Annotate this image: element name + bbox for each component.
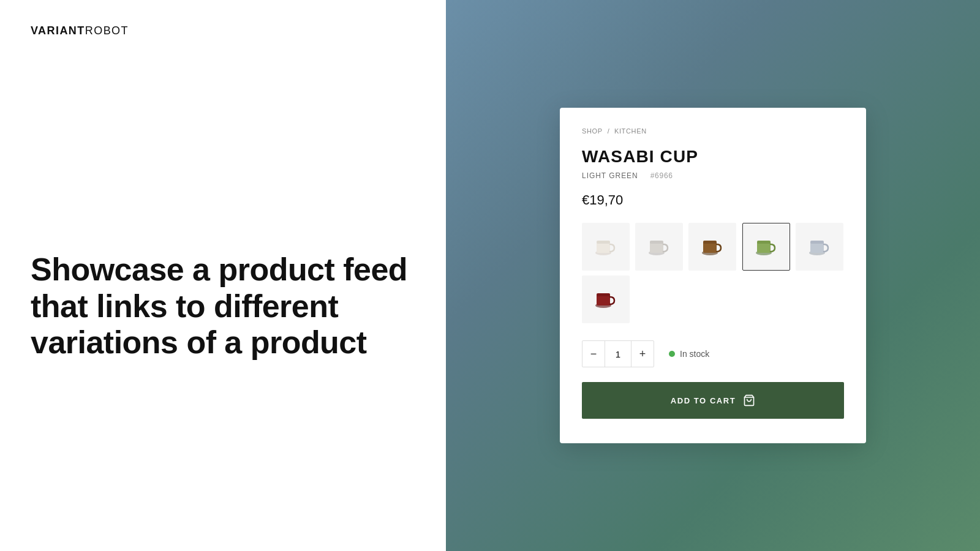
variant-brown-icon (698, 232, 727, 261)
breadcrumb-category[interactable]: KITCHEN (614, 127, 647, 135)
variant-lightgreen-icon (752, 232, 781, 261)
quantity-row: − 1 + In stock (582, 340, 844, 367)
logo: VARIANT ROBOT (31, 24, 415, 37)
stock-indicator: In stock (669, 349, 709, 359)
left-panel: VARIANT ROBOT Showcase a product feed th… (0, 0, 446, 551)
svg-rect-11 (757, 241, 771, 244)
variant-empty-1 (635, 276, 683, 323)
variant-lightgrey[interactable] (635, 223, 683, 271)
logo-light: ROBOT (85, 24, 129, 37)
variant-lightgreen[interactable] (742, 223, 790, 271)
variant-white-icon (591, 232, 620, 261)
variant-redbrown-icon (591, 285, 620, 314)
quantity-control: − 1 + (582, 340, 654, 367)
variant-bluegrey[interactable] (796, 223, 843, 271)
product-price: €19,70 (582, 192, 844, 208)
product-sku: #6966 (650, 171, 673, 180)
svg-rect-8 (703, 241, 717, 244)
cart-icon (743, 394, 755, 407)
variant-lightgrey-icon (644, 232, 674, 261)
variant-white[interactable] (582, 223, 630, 271)
svg-rect-5 (650, 241, 663, 244)
quantity-increment[interactable]: + (631, 341, 654, 367)
svg-rect-2 (597, 241, 610, 244)
variant-redbrown[interactable] (582, 276, 630, 323)
breadcrumb: SHOP / KITCHEN (582, 127, 844, 135)
variant-empty-3 (742, 276, 790, 323)
variant-empty-2 (688, 276, 736, 323)
tagline-container: Showcase a product feed that links to di… (31, 203, 415, 361)
add-to-cart-label: ADD TO CART (671, 396, 736, 405)
svg-rect-17 (597, 293, 610, 296)
product-title: WASABI CUP (582, 147, 844, 167)
product-card: SHOP / KITCHEN WASABI CUP LIGHT GREEN #6… (560, 108, 866, 443)
logo-bold: VARIANT (31, 24, 85, 37)
variants-row-2 (582, 276, 844, 323)
breadcrumb-shop[interactable]: SHOP (582, 127, 603, 135)
right-panel: SHOP / KITCHEN WASABI CUP LIGHT GREEN #6… (446, 0, 980, 551)
variant-bluegrey-icon (805, 232, 834, 261)
tagline-text: Showcase a product feed that links to di… (31, 252, 415, 361)
svg-rect-14 (810, 241, 824, 244)
breadcrumb-separator: / (608, 127, 609, 135)
stock-dot (669, 351, 675, 357)
variants-row-1 (582, 223, 844, 271)
variant-brown[interactable] (688, 223, 736, 271)
add-to-cart-button[interactable]: ADD TO CART (582, 382, 844, 419)
quantity-value: 1 (605, 341, 631, 367)
stock-text: In stock (680, 349, 709, 359)
variant-empty-4 (796, 276, 843, 323)
quantity-decrement[interactable]: − (582, 341, 605, 367)
product-meta: LIGHT GREEN #6966 (582, 171, 844, 180)
product-color: LIGHT GREEN (582, 171, 638, 180)
